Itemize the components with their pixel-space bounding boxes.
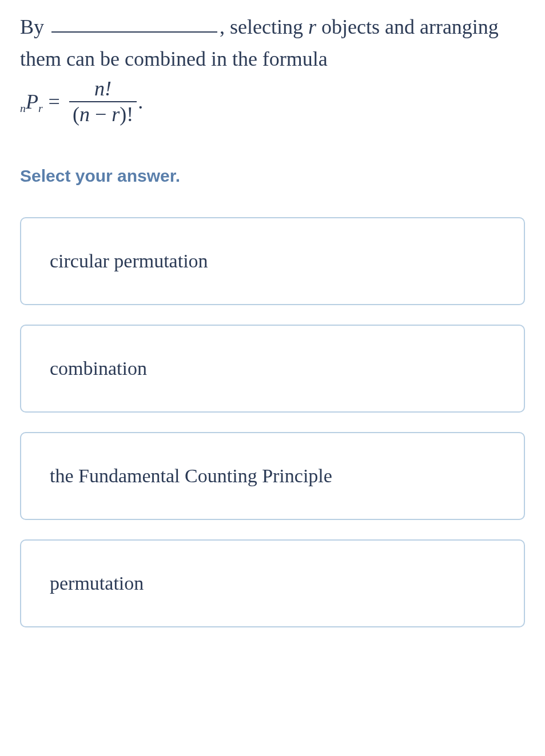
formula-num-text: n!	[94, 77, 112, 100]
answer-option[interactable]: the Fundamental Counting Principle	[20, 432, 525, 520]
answer-option[interactable]: circular permutation	[20, 217, 525, 305]
den-r: r	[112, 103, 120, 126]
page: By , selecting r objects and arranging t…	[0, 0, 545, 756]
question-text: By , selecting r objects and arranging t…	[20, 11, 525, 75]
formula-fraction: n! (n − r)!	[69, 78, 137, 126]
formula-denominator: (n − r)!	[69, 103, 137, 126]
formula-numerator: n!	[91, 78, 115, 101]
den-minus: −	[90, 103, 112, 126]
option-label: combination	[50, 358, 147, 379]
formula-equals: =	[49, 90, 60, 114]
question-prefix: By	[20, 15, 49, 38]
den-open: (	[73, 103, 79, 126]
formula-sub-r: r	[38, 102, 43, 115]
option-label: the Fundamental Counting Principle	[50, 465, 332, 486]
fraction-bar	[69, 101, 137, 102]
formula-P: P	[26, 90, 38, 114]
answer-options: circular permutation combination the Fun…	[20, 217, 525, 627]
permutation-formula: n P r = n! (n − r)! .	[20, 78, 525, 126]
option-label: circular permutation	[50, 250, 208, 271]
den-n: n	[79, 103, 90, 126]
formula-period: .	[138, 90, 143, 114]
den-close: )!	[120, 103, 133, 126]
question-after-blank: , selecting	[220, 15, 308, 38]
variable-r: r	[308, 15, 316, 38]
answer-option[interactable]: combination	[20, 325, 525, 413]
formula-sub-n: n	[20, 102, 26, 115]
option-label: permutation	[50, 573, 144, 594]
answer-option[interactable]: permutation	[20, 539, 525, 627]
fill-in-blank	[51, 31, 217, 33]
instruction-text: Select your answer.	[20, 166, 525, 186]
